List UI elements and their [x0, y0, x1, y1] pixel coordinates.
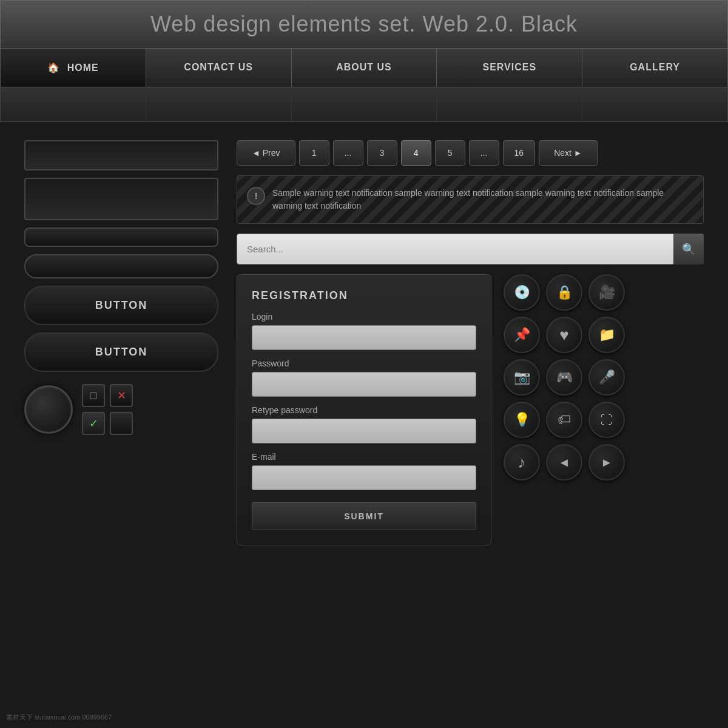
- password-label: Password: [252, 359, 476, 368]
- prev-button[interactable]: ◄ Prev: [237, 140, 295, 166]
- game-icon[interactable]: 🎮: [546, 359, 582, 396]
- video-icon[interactable]: 🎥: [588, 274, 625, 311]
- checkbox-1[interactable]: □: [82, 384, 105, 407]
- sub-nav-1[interactable]: [1, 87, 146, 121]
- heart-icon[interactable]: ♥: [546, 317, 582, 353]
- home-icon: 🏠: [47, 62, 60, 73]
- checkbox-check[interactable]: ✓: [82, 412, 105, 435]
- registration-form: REGISTRATION Login Password Retype passw…: [237, 274, 491, 545]
- warning-icon: !: [247, 187, 265, 205]
- watermark: 素材天下 sucaisucai.com 00899667: [6, 713, 112, 722]
- circle-button[interactable]: [24, 385, 73, 434]
- sub-nav-4[interactable]: [437, 87, 582, 121]
- page-title: Web design elements set. Web 2.0. Black: [13, 12, 715, 37]
- pin-icon[interactable]: 📌: [504, 317, 540, 353]
- input-area-2: [24, 178, 218, 220]
- login-input[interactable]: [252, 325, 476, 350]
- folder-icon[interactable]: 📁: [588, 317, 625, 353]
- warning-box: ! Sample warning text notification sampl…: [237, 175, 704, 224]
- nav-item-gallery[interactable]: GALLERY: [582, 49, 727, 87]
- sub-nav-2[interactable]: [146, 87, 292, 121]
- next-button[interactable]: Next ►: [539, 140, 598, 166]
- page-ellipsis-1: ...: [333, 140, 363, 166]
- search-icon: 🔍: [682, 243, 695, 256]
- dark-button-2[interactable]: [24, 254, 218, 278]
- login-label: Login: [252, 312, 476, 322]
- title-main: Web design elements set. Web 2.0.: [150, 12, 514, 36]
- registration-title: REGISTRATION: [252, 289, 476, 302]
- retype-password-label: Retype password: [252, 405, 476, 415]
- title-bar: Web design elements set. Web 2.0. Black: [0, 0, 728, 49]
- expand-icon[interactable]: ⛶: [588, 402, 625, 438]
- right-column: ◄ Prev 1 ... 3 4 5 ... 16 Next ► ! Sampl…: [237, 140, 704, 545]
- page-ellipsis-2: ...: [469, 140, 499, 166]
- input-area-1: [24, 140, 218, 170]
- camera-icon[interactable]: 📷: [504, 359, 540, 396]
- page-5[interactable]: 5: [435, 140, 465, 166]
- email-input[interactable]: [252, 465, 476, 490]
- bottom-row: REGISTRATION Login Password Retype passw…: [237, 274, 704, 545]
- title-accent: Black: [521, 12, 578, 36]
- nav-item-services[interactable]: SERVICES: [437, 49, 582, 87]
- page-16[interactable]: 16: [503, 140, 536, 166]
- button-2[interactable]: BUTTON: [24, 332, 218, 372]
- right-icon[interactable]: ►: [588, 444, 625, 480]
- main-content: BUTTON BUTTON □ ✕ ✓ ◄ Prev 1 ... 3 4 5 .…: [0, 134, 728, 551]
- left-icon[interactable]: ◄: [546, 444, 582, 480]
- sub-nav-5[interactable]: [582, 87, 727, 121]
- lock-icon[interactable]: 🔒: [546, 274, 582, 311]
- search-input[interactable]: [237, 234, 704, 265]
- checkbox-group: □ ✕ ✓: [82, 384, 133, 435]
- left-column: BUTTON BUTTON □ ✕ ✓: [24, 140, 218, 545]
- page-4[interactable]: 4: [401, 140, 431, 166]
- email-label: E-mail: [252, 452, 476, 462]
- warning-text: Sample warning text notification sample …: [272, 187, 693, 212]
- retype-password-input[interactable]: [252, 419, 476, 443]
- checkbox-x[interactable]: ✕: [110, 384, 133, 407]
- sub-nav-3[interactable]: [292, 87, 437, 121]
- sub-nav: [0, 87, 728, 122]
- mic-icon[interactable]: 🎤: [588, 359, 625, 396]
- pagination: ◄ Prev 1 ... 3 4 5 ... 16 Next ►: [237, 140, 704, 166]
- disc-icon[interactable]: 💿: [504, 274, 540, 311]
- bulb-icon[interactable]: 💡: [504, 402, 540, 438]
- search-button[interactable]: 🔍: [673, 234, 704, 265]
- page-1[interactable]: 1: [299, 140, 329, 166]
- nav-item-home[interactable]: 🏠 HOME: [1, 49, 146, 87]
- nav-item-about[interactable]: ABOUT US: [292, 49, 437, 87]
- button-1[interactable]: BUTTON: [24, 286, 218, 325]
- password-input[interactable]: [252, 372, 476, 397]
- main-nav: 🏠 HOME CONTACT US ABOUT US SERVICES GALL…: [0, 49, 728, 87]
- search-bar: 🔍: [237, 234, 704, 265]
- bottom-controls: □ ✕ ✓: [24, 384, 218, 435]
- checkbox-4[interactable]: [110, 412, 133, 435]
- tag-icon[interactable]: 🏷: [546, 402, 582, 438]
- page-3[interactable]: 3: [367, 140, 397, 166]
- music-icon[interactable]: ♪: [504, 444, 540, 480]
- nav-item-contact[interactable]: CONTACT US: [146, 49, 292, 87]
- dark-button-1[interactable]: [24, 228, 218, 247]
- submit-button[interactable]: SUBMIT: [252, 502, 476, 530]
- icon-grid: 💿 🔒 🎥 📌 ♥ 📁 📷 🎮 🎤 💡 🏷 ⛶ ♪ ◄ ►: [504, 274, 625, 480]
